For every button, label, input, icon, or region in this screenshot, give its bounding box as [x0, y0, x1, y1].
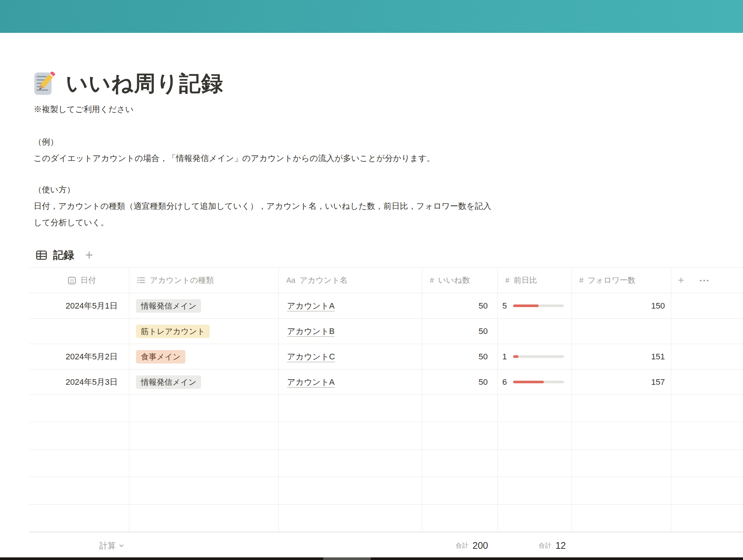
type-tag[interactable]: 食事メイン: [136, 350, 185, 363]
diff-progress-bar: [513, 381, 564, 383]
diff-progress-fill: [513, 381, 544, 383]
table-row: 2024年5月1日 情報発信メイン アカウントA 50 5 150: [29, 293, 743, 319]
cell-type[interactable]: 筋トレアカウント: [129, 319, 279, 344]
account-page-link[interactable]: アカウントA: [287, 300, 334, 312]
number-property-icon: #: [579, 276, 583, 285]
calculate-label: 計算: [99, 540, 116, 551]
type-tag[interactable]: 筋トレアカウント: [136, 325, 210, 338]
empty-table-row[interactable]: [29, 422, 743, 449]
empty-table-row[interactable]: [29, 505, 743, 532]
cell-diff[interactable]: 1: [498, 344, 572, 369]
cell-date[interactable]: 2024年5月3日: [29, 369, 129, 395]
table-view-icon: [35, 249, 48, 262]
notion-page: いいね周り記録 ※複製してご利用ください （例） このダイエットアカウントの場合…: [0, 0, 743, 560]
cell-extra[interactable]: [671, 344, 743, 369]
cell-date[interactable]: 2024年5月2日: [29, 344, 129, 369]
page-title[interactable]: いいね周り記録: [66, 69, 223, 98]
type-tag[interactable]: 情報発信メイン: [136, 375, 201, 389]
empty-table-row[interactable]: [29, 450, 743, 477]
diff-value: 6: [502, 377, 508, 387]
page-icon-memo[interactable]: [32, 72, 56, 96]
column-label: 前日比: [514, 275, 537, 285]
memo-emoji-icon: [32, 72, 56, 96]
empty-table-row[interactable]: [29, 477, 743, 504]
table-header-row: 日付 アカウントの種類 Aa アカウント名 # いいね数: [29, 267, 743, 293]
cell-account[interactable]: アカウントC: [279, 344, 422, 369]
example-heading: （例）: [34, 134, 743, 150]
cell-followers[interactable]: [572, 319, 671, 344]
column-header-extra: + •••: [671, 267, 743, 293]
table-row: 2024年5月2日 食事メイン アカウントC 50 1 151: [29, 344, 743, 369]
cell-likes[interactable]: 50: [422, 293, 498, 318]
table-row: 筋トレアカウント アカウントB 50: [29, 319, 743, 344]
column-label: アカウント名: [299, 275, 347, 285]
cell-followers[interactable]: 157: [572, 369, 671, 395]
cell-extra[interactable]: [671, 369, 743, 395]
table-footer: 計算 合計 200 合計 12: [29, 532, 743, 559]
horizontal-scrollbar[interactable]: [0, 557, 743, 560]
example-body: このダイエットアカウントの場合，「情報発信メイン」のアカウントからの流入が多いこ…: [34, 150, 743, 167]
cell-likes[interactable]: 50: [422, 319, 498, 344]
cell-extra[interactable]: [671, 293, 743, 318]
account-page-link[interactable]: アカウントA: [287, 377, 334, 388]
column-header-type[interactable]: アカウントの種類: [129, 267, 279, 293]
collection-header: 記録 +: [35, 247, 743, 263]
add-column-button[interactable]: +: [678, 274, 684, 286]
number-property-icon: #: [505, 276, 509, 285]
list-icon: [137, 276, 146, 285]
cell-date[interactable]: 2024年5月1日: [29, 293, 129, 318]
cell-type[interactable]: 情報発信メイン: [129, 369, 279, 395]
likes-sum[interactable]: 合計 200: [422, 532, 498, 559]
diff-progress-bar: [513, 304, 564, 307]
cell-diff[interactable]: 6: [498, 369, 572, 395]
sum-value: 12: [555, 540, 566, 551]
empty-table-row[interactable]: [29, 395, 743, 422]
column-header-likes[interactable]: # いいね数: [422, 267, 498, 293]
records-table: 日付 アカウントの種類 Aa アカウント名 # いいね数: [29, 267, 743, 532]
cell-followers[interactable]: 151: [572, 344, 671, 369]
cell-account[interactable]: アカウントB: [279, 319, 422, 344]
page-note[interactable]: ※複製してご利用ください: [34, 103, 743, 116]
cell-diff[interactable]: 5: [498, 293, 572, 318]
column-header-date[interactable]: 日付: [29, 267, 129, 293]
cell-followers[interactable]: 150: [572, 293, 671, 318]
scrollbar-thumb[interactable]: [323, 557, 371, 560]
cell-type[interactable]: 食事メイン: [129, 344, 279, 369]
cell-account[interactable]: アカウントA: [279, 369, 422, 395]
type-tag[interactable]: 情報発信メイン: [136, 299, 201, 313]
sum-value: 200: [472, 540, 488, 551]
column-label: 日付: [80, 275, 96, 285]
column-label: フォロワー数: [588, 275, 635, 285]
calculate-button[interactable]: 計算: [29, 532, 129, 559]
collection-title[interactable]: 記録: [53, 248, 74, 262]
cell-account[interactable]: アカウントA: [279, 293, 422, 318]
cell-diff[interactable]: [498, 319, 572, 344]
cell-date[interactable]: [29, 319, 129, 344]
sum-label: 合計: [456, 541, 468, 550]
column-header-followers[interactable]: # フォロワー数: [572, 267, 671, 293]
sum-label: 合計: [539, 541, 551, 550]
usage-heading: （使い方）: [34, 182, 743, 198]
example-block[interactable]: （例） このダイエットアカウントの場合，「情報発信メイン」のアカウントからの流入…: [34, 134, 743, 167]
column-label: いいね数: [438, 275, 470, 285]
add-view-button[interactable]: +: [85, 248, 93, 262]
diff-sum[interactable]: 合計 12: [498, 532, 572, 559]
cover-banner[interactable]: [0, 0, 743, 33]
account-page-link[interactable]: アカウントB: [287, 326, 334, 337]
account-page-link[interactable]: アカウントC: [287, 351, 335, 362]
table-row: 2024年5月3日 情報発信メイン アカウントA 50 6 157: [29, 369, 743, 395]
cell-likes[interactable]: 50: [422, 344, 498, 369]
column-header-diff[interactable]: # 前日比: [498, 267, 572, 293]
diff-progress-fill: [513, 355, 518, 358]
table-more-button[interactable]: •••: [700, 277, 710, 284]
usage-block[interactable]: （使い方） 日付，アカウントの種類（適宜種類分けして追加していく），アカウント名…: [34, 182, 743, 231]
diff-progress-fill: [513, 304, 539, 307]
cell-likes[interactable]: 50: [422, 369, 498, 395]
text-property-icon: Aa: [286, 276, 295, 285]
usage-line-1: 日付，アカウントの種類（適宜種類分けして追加していく），アカウント名，いいねした…: [34, 198, 743, 214]
cell-type[interactable]: 情報発信メイン: [129, 293, 279, 318]
usage-line-2: して分析していく。: [34, 214, 743, 231]
page-header: いいね周り記録: [32, 71, 743, 96]
column-header-account[interactable]: Aa アカウント名: [279, 267, 422, 293]
cell-extra[interactable]: [671, 319, 743, 344]
